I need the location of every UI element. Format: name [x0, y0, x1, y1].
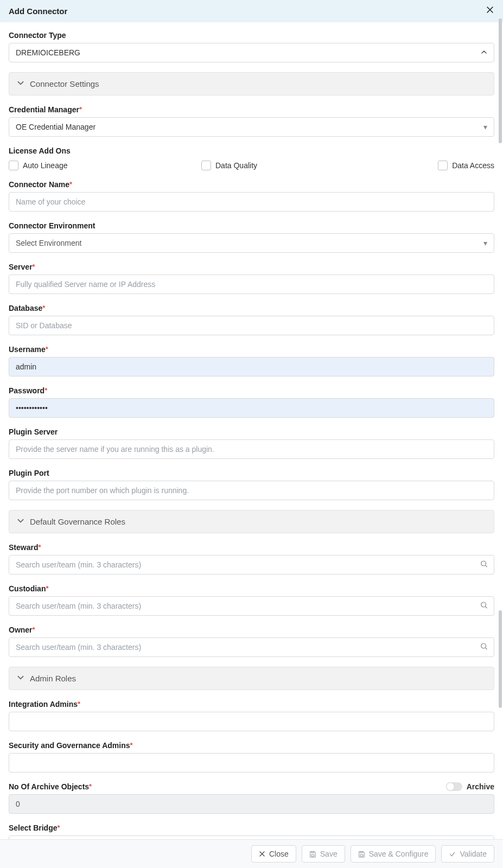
archive-objects-input[interactable]: [9, 794, 494, 814]
data-access-label: Data Access: [452, 161, 494, 170]
steward-label: Steward*: [9, 543, 494, 552]
section-connector-settings-title: Connector Settings: [30, 79, 99, 88]
database-field: Database*: [9, 304, 494, 335]
x-icon: [259, 851, 265, 857]
username-field: Username*: [9, 345, 494, 376]
integration-admins-field: Integration Admins*: [9, 700, 494, 731]
svg-rect-5: [360, 854, 363, 856]
section-admin-roles-title: Admin Roles: [30, 674, 76, 683]
svg-point-2: [481, 643, 486, 648]
caret-down-icon: ▾: [483, 123, 487, 131]
database-input[interactable]: [9, 316, 494, 335]
server-field: Server*: [9, 263, 494, 294]
integration-admins-label: Integration Admins*: [9, 700, 494, 709]
dialog-body: Connector Type DREMIOICEBERG Connector S…: [0, 22, 503, 839]
archive-toggle[interactable]: [446, 782, 462, 791]
data-quality-label: Data Quality: [215, 161, 257, 170]
license-addons-label: License Add Ons: [9, 146, 494, 155]
connector-type-field: Connector Type DREMIOICEBERG: [9, 31, 494, 62]
owner-label: Owner*: [9, 626, 494, 634]
section-admin-roles[interactable]: Admin Roles: [9, 667, 494, 690]
select-bridge-select[interactable]: No Bridge ▾: [9, 835, 494, 839]
security-admins-label: Security and Governance Admins*: [9, 741, 494, 750]
svg-rect-4: [311, 851, 314, 852]
security-admins-field: Security and Governance Admins*: [9, 741, 494, 773]
search-icon: [480, 560, 488, 570]
validate-button[interactable]: Validate: [441, 845, 494, 863]
section-governance-roles[interactable]: Default Governance Roles: [9, 510, 494, 533]
custodian-label: Custodian*: [9, 584, 494, 593]
auto-lineage-label: Auto Lineage: [23, 161, 68, 170]
chevron-down-icon: [17, 517, 24, 526]
username-input[interactable]: [9, 357, 494, 376]
credential-manager-value: OE Credential Manager: [16, 123, 95, 131]
database-label: Database*: [9, 304, 494, 312]
svg-rect-6: [360, 851, 362, 852]
search-icon: [480, 643, 488, 652]
data-access-checkbox[interactable]: [438, 161, 448, 170]
plugin-server-label: Plugin Server: [9, 427, 494, 436]
connector-type-value: DREMIOICEBERG: [16, 48, 80, 57]
server-input[interactable]: [9, 275, 494, 294]
password-input[interactable]: [9, 398, 494, 418]
section-governance-roles-title: Default Governance Roles: [30, 517, 125, 526]
connector-environment-select[interactable]: Select Environment ▾: [9, 233, 494, 253]
password-field: Password*: [9, 386, 494, 418]
plugin-port-input[interactable]: [9, 481, 494, 500]
select-bridge-field: Select Bridge* No Bridge ▾: [9, 824, 494, 839]
credential-manager-field: Credential Manager* OE Credential Manage…: [9, 105, 494, 137]
connector-name-field: Connector Name*: [9, 180, 494, 212]
auto-lineage-checkbox[interactable]: [9, 161, 18, 170]
plugin-port-label: Plugin Port: [9, 469, 494, 477]
close-button-label: Close: [269, 850, 289, 858]
custodian-field: Custodian*: [9, 584, 494, 616]
password-label: Password*: [9, 386, 494, 395]
credential-manager-select[interactable]: OE Credential Manager ▾: [9, 117, 494, 137]
server-label: Server*: [9, 263, 494, 271]
search-icon: [480, 602, 488, 611]
validate-button-label: Validate: [460, 850, 487, 858]
svg-rect-3: [311, 854, 314, 856]
connector-name-input[interactable]: [9, 192, 494, 212]
custodian-input[interactable]: [9, 596, 494, 616]
scrollbar[interactable]: [499, 610, 502, 708]
owner-field: Owner*: [9, 626, 494, 657]
dialog-title: Add Connector: [9, 7, 67, 16]
save-configure-button[interactable]: Save & Configure: [351, 845, 436, 863]
steward-field: Steward*: [9, 543, 494, 575]
connector-name-label: Connector Name*: [9, 180, 494, 189]
credential-manager-label: Credential Manager*: [9, 105, 494, 114]
scrollbar[interactable]: [499, 18, 502, 143]
dialog-footer: Close Save Save & Configure Validate: [0, 839, 503, 868]
close-button[interactable]: Close: [251, 845, 296, 863]
connector-type-select[interactable]: DREMIOICEBERG: [9, 43, 494, 62]
plugin-port-field: Plugin Port: [9, 469, 494, 500]
close-icon[interactable]: [486, 5, 494, 17]
chevron-down-icon: [17, 79, 24, 88]
save-icon: [358, 851, 365, 858]
archive-objects-label: No Of Archive Objects*: [9, 782, 92, 791]
connector-type-label: Connector Type: [9, 31, 494, 40]
caret-down-icon: ▾: [483, 239, 487, 247]
chevron-up-icon: [481, 48, 487, 57]
chevron-down-icon: [17, 674, 24, 683]
data-quality-checkbox[interactable]: [201, 161, 211, 170]
owner-input[interactable]: [9, 637, 494, 657]
archive-objects-field: No Of Archive Objects* Archive: [9, 782, 494, 814]
dialog-header: Add Connector: [0, 0, 503, 22]
security-admins-input[interactable]: [9, 753, 494, 773]
svg-point-0: [481, 561, 486, 566]
select-bridge-label: Select Bridge*: [9, 824, 494, 832]
integration-admins-input[interactable]: [9, 712, 494, 731]
connector-environment-label: Connector Environment: [9, 221, 494, 230]
connector-environment-field: Connector Environment Select Environment…: [9, 221, 494, 253]
save-icon: [309, 851, 316, 858]
section-connector-settings[interactable]: Connector Settings: [9, 72, 494, 95]
check-icon: [449, 851, 456, 858]
save-button-label: Save: [320, 850, 338, 858]
steward-input[interactable]: [9, 555, 494, 575]
archive-toggle-label: Archive: [467, 782, 494, 791]
save-configure-button-label: Save & Configure: [369, 850, 429, 858]
save-button[interactable]: Save: [302, 845, 345, 863]
plugin-server-input[interactable]: [9, 439, 494, 459]
